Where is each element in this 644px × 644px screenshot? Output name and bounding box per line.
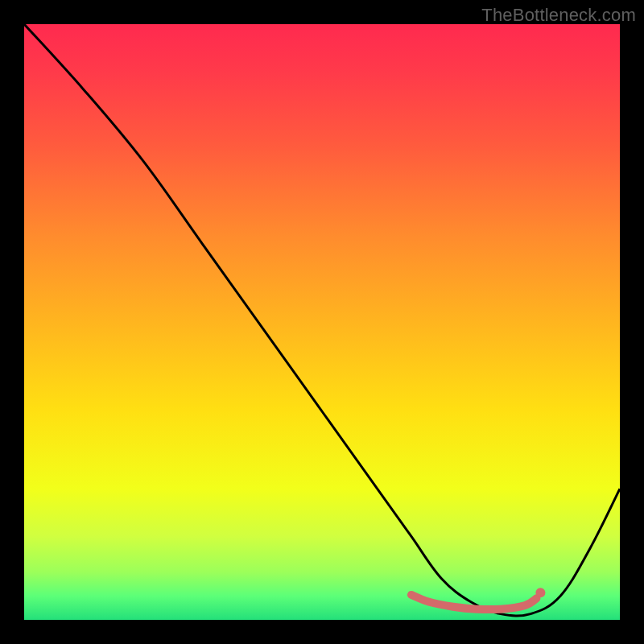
gradient-background — [24, 24, 620, 620]
watermark-text: TheBottleneck.com — [481, 5, 636, 26]
optimal-range-endpoint-dot — [535, 588, 545, 597]
chart-svg — [24, 24, 620, 620]
chart-plot-area — [24, 24, 620, 620]
chart-stage: TheBottleneck.com — [0, 0, 644, 644]
